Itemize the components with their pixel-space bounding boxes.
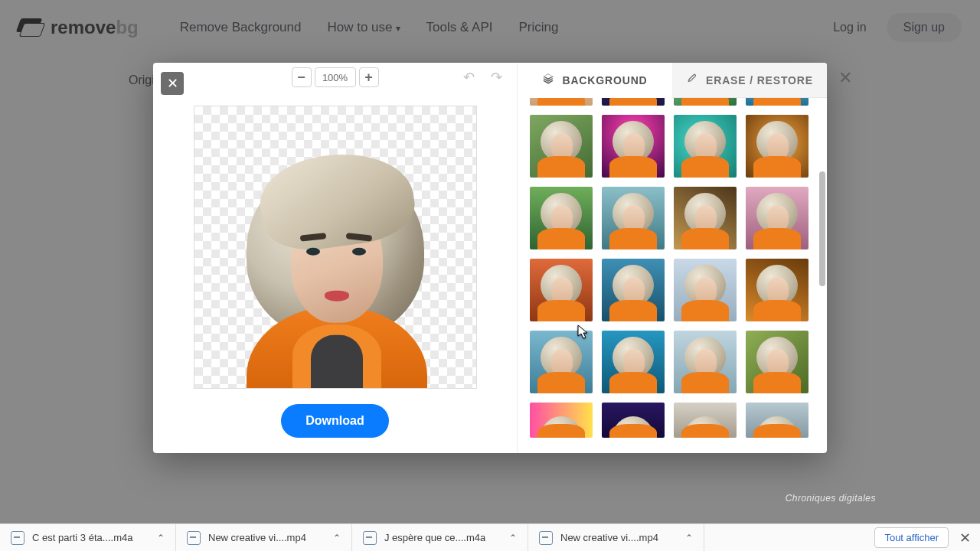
background-option[interactable] [530, 331, 593, 393]
tab-erase-restore[interactable]: ERASE / RESTORE [672, 63, 827, 98]
zoom-in-button[interactable]: + [359, 67, 379, 87]
show-all-downloads-button[interactable]: Tout afficher [874, 527, 949, 548]
download-button[interactable]: Download [281, 404, 388, 438]
background-option[interactable] [602, 331, 665, 393]
background-option[interactable] [602, 403, 665, 438]
layers-icon [542, 73, 554, 87]
tab-background-label: BACKGROUND [562, 74, 647, 86]
editor-left-pane: − 100% + ↶ ↷ [153, 63, 517, 453]
file-icon [11, 531, 24, 545]
image-canvas[interactable] [194, 106, 477, 389]
zoom-out-button[interactable]: − [292, 67, 312, 87]
canvas-wrap [153, 92, 517, 389]
background-option[interactable] [602, 115, 665, 178]
chevron-up-icon[interactable]: ⌃ [509, 533, 517, 543]
editor-right-pane: BACKGROUND ERASE / RESTORE [517, 63, 827, 453]
background-option[interactable] [674, 259, 737, 321]
undo-button[interactable]: ↶ [460, 69, 477, 86]
download-filename: J espère que ce....m4a [384, 532, 485, 543]
editor-modal: − 100% + ↶ ↷ [153, 63, 827, 453]
background-option[interactable] [746, 115, 808, 178]
chevron-up-icon[interactable]: ⌃ [333, 533, 341, 543]
close-button[interactable]: ✕ [161, 72, 184, 95]
background-option[interactable] [530, 403, 593, 438]
background-option[interactable] [530, 115, 593, 178]
close-shelf-button[interactable]: ✕ [959, 530, 971, 546]
background-option[interactable] [674, 403, 737, 438]
background-option[interactable] [674, 98, 737, 106]
dismiss-icon[interactable]: ✕ [835, 67, 856, 89]
background-option[interactable] [746, 187, 808, 249]
brush-icon [686, 73, 698, 87]
chevron-up-icon[interactable]: ⌃ [685, 533, 693, 543]
background-option[interactable] [530, 98, 593, 106]
background-option[interactable] [530, 259, 593, 321]
backgrounds-grid-wrap [518, 98, 827, 453]
background-option[interactable] [602, 98, 665, 106]
download-filename: New creative vi....mp4 [208, 532, 306, 543]
watermark-text: Chroniques digitales [786, 493, 876, 504]
background-option[interactable] [746, 259, 808, 321]
file-icon [363, 531, 377, 545]
background-option[interactable] [602, 187, 665, 249]
background-option[interactable] [746, 403, 808, 438]
download-item[interactable]: New creative vi....mp4⌃ [528, 524, 704, 551]
redo-button[interactable]: ↷ [488, 69, 505, 86]
zoom-toolbar: − 100% + ↶ ↷ [153, 63, 517, 92]
backgrounds-grid[interactable] [518, 98, 827, 453]
file-icon [539, 531, 553, 545]
background-option[interactable] [674, 115, 737, 178]
downloads-shelf: C est parti 3 éta....m4a⌃New creative vi… [0, 523, 980, 551]
tab-erase-label: ERASE / RESTORE [706, 74, 813, 86]
download-item[interactable]: J espère que ce....m4a⌃ [352, 524, 528, 551]
tab-background[interactable]: BACKGROUND [518, 63, 672, 98]
download-item[interactable]: New creative vi....mp4⌃ [176, 524, 352, 551]
download-filename: C est parti 3 éta....m4a [32, 532, 133, 543]
subject-portrait [220, 136, 450, 389]
download-filename: New creative vi....mp4 [560, 532, 658, 543]
chevron-up-icon[interactable]: ⌃ [157, 533, 165, 543]
background-option[interactable] [602, 259, 665, 321]
background-option[interactable] [674, 187, 737, 249]
scrollbar-thumb[interactable] [819, 171, 825, 286]
zoom-display: 100% [315, 67, 356, 87]
background-option[interactable] [530, 187, 593, 249]
background-option[interactable] [674, 331, 737, 393]
download-item[interactable]: C est parti 3 éta....m4a⌃ [0, 524, 176, 551]
right-tabs: BACKGROUND ERASE / RESTORE [518, 63, 827, 98]
background-option[interactable] [746, 98, 808, 106]
file-icon [187, 531, 201, 545]
background-option[interactable] [746, 331, 808, 393]
